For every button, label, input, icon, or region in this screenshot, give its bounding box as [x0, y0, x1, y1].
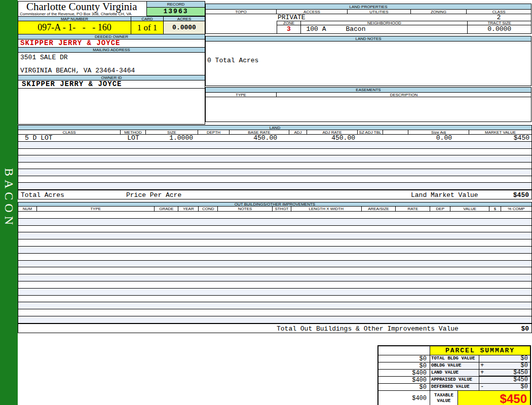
ob-sthgt-header: STHGT: [273, 207, 291, 212]
land-value-label: LAND VALUE: [430, 370, 479, 377]
topo-header: TOPO: [206, 10, 277, 14]
empty-table-row: [18, 219, 531, 226]
empty-table-row: [18, 274, 531, 281]
acres-value: 0.0000: [164, 21, 205, 34]
land-depth-value: [198, 135, 230, 141]
empty-table-row: [18, 239, 531, 247]
ob-length-width-header: LENGTH X WIDTH: [291, 207, 362, 212]
land-method-header: METHOD: [121, 130, 146, 135]
mailing-address-box: 3501 SALE DR VIRGINIA BEACH, VA 23464-34…: [18, 53, 205, 75]
tract-size-value: 0.0000: [467, 25, 531, 33]
land-adj-rate-value: 450.00: [307, 135, 358, 141]
land-notes-text: 0 Total Acres: [207, 57, 258, 64]
ob-grade-header: GRADE: [155, 207, 178, 212]
land-size-header: SIZE: [146, 130, 198, 135]
utilities-header: UTILITIES: [348, 10, 411, 14]
land-sz-adj-tbl-value: [358, 135, 383, 141]
empty-table-row: [18, 226, 531, 233]
land-size-adj-value: 0.00: [408, 135, 469, 141]
operator: +: [480, 362, 484, 369]
summary-row-land: $400 LAND VALUE + $450: [378, 370, 530, 377]
out-buildings-total-value: $0: [521, 325, 529, 333]
ob-value-header: VALUE: [450, 207, 489, 212]
ob-cond-header: COND: [199, 207, 218, 212]
land-method-value: LOT: [121, 135, 146, 141]
summary-row-obldg: $0 OBLDG VALUE + $0: [378, 362, 530, 370]
card-value: 1 of 1: [131, 21, 164, 34]
land-properties-values: PRIVATE 2: [206, 14, 531, 21]
ob-dollar-header: $: [489, 207, 501, 212]
land-adj-rate-header: ADJ RATE: [307, 130, 358, 135]
record-label: RECORD: [147, 2, 205, 8]
amount: $0: [521, 362, 528, 369]
empty-table-row: [18, 155, 531, 163]
summary-row-appraised: $400 APPRAISED VALUE $450: [378, 377, 530, 384]
property-record-card: BACON Charlotte County Virginia Commissi…: [0, 0, 532, 405]
land-section: LAND CLASS METHOD SIZE DEPTH BASE RATE A…: [18, 125, 532, 199]
land-table-row: 5 D LOT LOT 1.0000 450.00 450.00 0.00 $4…: [18, 135, 532, 142]
land-blank-header: [383, 130, 408, 135]
land-blank-value: [383, 135, 408, 141]
easements-headers: TYPE DESCRIPTION: [205, 93, 531, 97]
ob-pct-comp-header: % COMP: [501, 207, 531, 212]
parcel-summary-blank-cell: [378, 346, 430, 355]
total-acres-label: Total Acres: [21, 191, 64, 199]
ob-dep-header: DEP: [430, 207, 450, 212]
taxable-value: $450: [458, 391, 530, 405]
neighborhood-sidebar: BACON: [0, 0, 18, 405]
land-table-headers: CLASS METHOD SIZE DEPTH BASE RATE ADJ AD…: [18, 130, 532, 135]
out-buildings-headers: NUM TYPE GRADE YEAR COND NOTES STHGT LEN…: [18, 207, 532, 212]
land-base-rate-value: 450.00: [230, 135, 289, 141]
amount: $0: [521, 384, 528, 390]
parcel-summary-title-row: PARCEL SUMMARY: [378, 346, 530, 355]
neighborhood-code: 100 A: [306, 25, 326, 33]
map-number-label: MAP NUMBER: [18, 17, 131, 21]
obldg-value-label: OBLDG VALUE: [430, 362, 479, 370]
county-header: Charlotte County Virginia Commissioner o…: [18, 2, 205, 16]
neighborhood-name: Bacon: [346, 25, 365, 33]
obldg-value: + $0: [479, 362, 530, 370]
taxable-value-label: TAXABLE VALUE: [430, 391, 458, 405]
total-bldg-value-label: TOTAL BLDG VALUE: [430, 355, 479, 362]
parcel-summary: PARCEL SUMMARY $0 TOTAL BLDG VALUE $0 $0…: [377, 345, 531, 405]
ob-type-header: TYPE: [37, 207, 155, 212]
zone-neighborhood-headers: ZONE NEIGHBORHOOD TRACT SIZE: [206, 21, 531, 25]
land-title: LAND: [18, 125, 532, 130]
appraised-value: $450: [479, 377, 530, 384]
empty-table-row: [18, 149, 531, 156]
empty-table-row: [18, 212, 531, 219]
land-depth-header: DEPTH: [198, 130, 230, 135]
deferred-value: - $0: [479, 384, 530, 391]
out-buildings-total-label: Total Out Buildings & Other Improvements…: [277, 325, 459, 333]
price-per-acre-label: Price Per Acre: [126, 191, 181, 199]
easement-type-header: TYPE: [206, 93, 277, 97]
prior-appraised-value: $400: [378, 377, 430, 384]
ob-rate-header: RATE: [396, 207, 430, 212]
land-value: + $450: [479, 370, 530, 377]
empty-table-row: [18, 169, 531, 176]
tract-size-label: TRACT SIZE: [467, 21, 531, 25]
appraised-value-label: APPRAISED VALUE: [430, 377, 479, 384]
mailing-address-label: MAILING ADDRESS: [18, 48, 205, 53]
map-number-value: 097-A - 1- - - 160: [18, 21, 131, 34]
map-card-acres-values: 097-A - 1- - - 160 1 of 1 0.0000: [18, 21, 205, 34]
commissioner-line: Commissioner of the Revenue, PO Box 308,…: [20, 12, 131, 16]
record-value: 13963: [147, 8, 205, 16]
empty-table-row: [18, 289, 531, 296]
parcel-summary-title: PARCEL SUMMARY: [430, 346, 530, 355]
land-sz-adj-tbl-header: SZ ADJ TBL: [358, 130, 383, 135]
zone-label: ZONE: [277, 21, 301, 25]
land-notes-body: 0 Total Acres: [205, 42, 531, 86]
prior-taxable-value: $400: [378, 391, 430, 405]
prior-land-value: $400: [378, 370, 430, 377]
ob-notes-header: NOTES: [218, 207, 273, 212]
owner-panel: Charlotte County Virginia Commissioner o…: [18, 1, 205, 125]
easement-description-header: DESCRIPTION: [277, 93, 531, 97]
neighborhood-value: 100 A Bacon: [300, 25, 467, 33]
prior-obldg-value: $0: [378, 362, 430, 370]
record-box: RECORD 13963: [146, 1, 205, 16]
summary-row-deferred: $0 DEFERRED VALUE - $0: [378, 384, 530, 391]
land-market-value-label: Land Market Value: [411, 191, 478, 199]
empty-table-row: [18, 281, 531, 289]
card-label: CARD: [131, 17, 164, 21]
